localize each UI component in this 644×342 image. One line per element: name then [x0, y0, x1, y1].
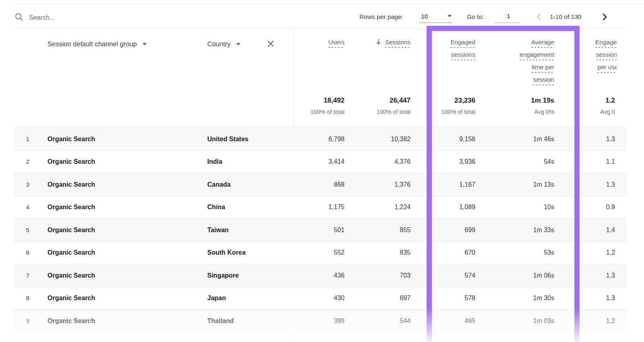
table-row: 3 Organic Search Canada 868 1,376 1,167 …: [14, 173, 627, 196]
cell-engaged-sessions: 465: [415, 310, 475, 332]
cell-users: 436: [282, 264, 345, 287]
table-row: 1 Organic Search United States 6,798 10,…: [14, 128, 627, 151]
avg-engagement-header-line: session: [533, 76, 554, 85]
users-header-label: Users: [328, 38, 345, 48]
channel-group-header-label: Session default channel group: [47, 40, 137, 47]
cell-sessions: 544: [346, 310, 411, 332]
cell-users: 501: [282, 219, 345, 241]
cell-avg-engagement-time: 53s: [482, 242, 554, 264]
engaged-per-user-header-line: sessions: [596, 51, 617, 60]
close-icon: [266, 42, 275, 49]
cell-sessions: 855: [346, 219, 411, 241]
country-header-label: Country: [207, 40, 231, 47]
pagination-range: 1-10 of 130: [550, 13, 581, 21]
cell-avg-engagement-time: 1m 30s: [482, 287, 554, 310]
cell-avg-engagement-time: 10s: [482, 196, 554, 219]
cell-country: China: [207, 196, 288, 219]
cell-engaged-sessions-per-user: 1.4: [559, 219, 615, 241]
row-index: 9: [14, 310, 29, 332]
cell-engaged-sessions-per-user: 1.3: [559, 128, 615, 150]
totals-engaged-subtext: 100% of total: [415, 109, 475, 115]
cell-engaged-sessions-per-user: 1.1: [559, 151, 615, 173]
cell-channel-group: Organic Search: [47, 310, 196, 332]
dropdown-caret-icon: [448, 15, 452, 17]
column-header-engaged-sessions-per-user[interactable]: Engaged sessions per user: [557, 38, 617, 76]
row-index: 1: [14, 128, 29, 150]
totals-sessions-value: 26,447: [346, 97, 411, 105]
row-index: 7: [14, 264, 29, 287]
totals-sessions: 26,447 100% of total: [346, 97, 411, 115]
cell-engaged-sessions: 9,156: [415, 128, 475, 150]
rows-per-page-label: Rows per page:: [359, 13, 403, 21]
cell-country: South Korea: [207, 242, 288, 264]
cell-sessions: 10,382: [346, 128, 411, 150]
caret-down-icon: [236, 43, 240, 45]
table-row: 5 Organic Search Taiwan 501 855 699 1m 3…: [14, 219, 627, 242]
totals-avg-engagement-time: 1m 19s Avg 0%: [482, 97, 554, 115]
search-icon: [14, 12, 24, 23]
remove-dimension-button[interactable]: [266, 39, 275, 49]
engaged-per-user-header-line: Engaged: [595, 38, 617, 48]
go-to-input[interactable]: [495, 12, 522, 20]
go-to-field[interactable]: [495, 10, 520, 23]
cell-avg-engagement-time: 54s: [482, 151, 554, 173]
column-header-users[interactable]: Users: [282, 38, 345, 51]
table-row: 7 Organic Search Singapore 436 703 574 1…: [14, 264, 627, 287]
cell-engaged-sessions: 3,936: [415, 151, 475, 173]
table-row: 4 Organic Search China 1,175 1,224 1,089…: [14, 196, 627, 219]
table-row: 2 Organic Search India 3,414 4,376 3,936…: [14, 151, 627, 174]
analytics-table-page: Rows per page: 10 Go to: 1-10 of 130 Ses…: [0, 0, 644, 342]
cell-country: United States: [207, 128, 288, 150]
cell-engaged-sessions: 670: [415, 242, 475, 264]
cell-engaged-sessions-per-user: 1.3: [559, 264, 615, 287]
cell-engaged-sessions-per-user: 0.9: [559, 196, 615, 219]
totals-sessions-subtext: 100% of total: [346, 109, 411, 115]
cell-engaged-sessions-per-user: 1.2: [559, 310, 615, 332]
totals-engaged-value: 23,236: [415, 97, 475, 105]
cell-users: 389: [282, 310, 345, 332]
caret-down-icon: [142, 43, 147, 45]
avg-engagement-header-line: engagement: [520, 51, 554, 60]
cell-engaged-sessions: 578: [415, 287, 475, 310]
column-header-avg-engagement-time[interactable]: Average engagement time per session: [482, 38, 554, 88]
engaged-per-user-header-line: per user: [597, 63, 617, 73]
column-header-channel-group[interactable]: Session default channel group: [47, 40, 147, 48]
table-row: 9 Organic Search Thailand 389 544 465 1m…: [14, 310, 627, 333]
cell-avg-engagement-time: 1m 06s: [482, 264, 554, 287]
engaged-sessions-header-line: sessions: [451, 51, 475, 60]
totals-engaged-sessions: 23,236 100% of total: [415, 97, 475, 115]
totals-users-subtext: 100% of total: [282, 109, 345, 115]
next-page-button[interactable]: [600, 12, 609, 22]
cell-avg-engagement-time: 1m 46s: [482, 128, 554, 150]
cell-channel-group: Organic Search: [47, 128, 196, 150]
cell-engaged-sessions-per-user: 1.2: [559, 242, 615, 264]
totals-per-user-value: 1.2: [559, 97, 615, 105]
cell-avg-engagement-time: 1m 13s: [482, 173, 554, 196]
cell-country: Japan: [207, 287, 288, 310]
cell-sessions: 1,224: [346, 196, 411, 219]
cell-channel-group: Organic Search: [47, 219, 196, 241]
table-row: 8 Organic Search Japan 430 697 578 1m 30…: [14, 287, 627, 310]
totals-avg-time-subtext: Avg 0%: [482, 109, 554, 115]
cell-users: 552: [282, 242, 345, 264]
column-header-engaged-sessions[interactable]: Engaged sessions: [415, 38, 475, 63]
cell-engaged-sessions: 574: [415, 264, 475, 287]
row-index: 6: [14, 242, 29, 264]
cell-users: 430: [282, 287, 345, 310]
top-divider: [14, 3, 644, 4]
cell-engaged-sessions: 1,089: [415, 196, 475, 219]
search-input[interactable]: [28, 12, 271, 23]
cell-country: Thailand: [207, 310, 288, 332]
rows-per-page-value: 10: [421, 13, 428, 20]
sort-descending-icon: [376, 39, 382, 47]
rows-per-page-select[interactable]: 10: [419, 10, 452, 23]
totals-engaged-sessions-per-user: 1.2 Avg 0: [559, 97, 615, 115]
column-header-country[interactable]: Country: [207, 40, 240, 48]
cell-engaged-sessions-per-user: 1.3: [559, 287, 615, 310]
sessions-header-label: Sessions: [385, 38, 411, 48]
column-header-sessions[interactable]: Sessions: [346, 38, 411, 51]
row-index: 2: [14, 151, 29, 173]
prev-page-button[interactable]: [535, 12, 544, 22]
cell-users: 6,798: [282, 128, 345, 150]
cell-avg-engagement-time: 1m 03s: [482, 310, 554, 332]
